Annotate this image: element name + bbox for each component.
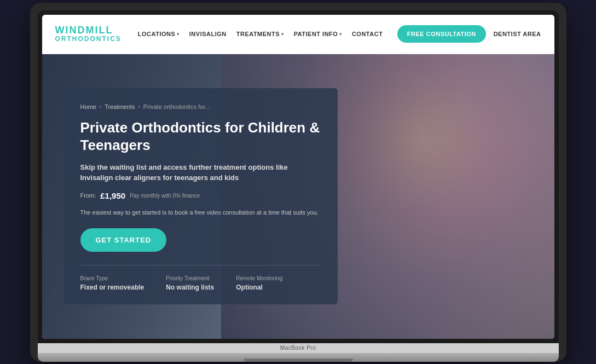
breadcrumb-separator: › (100, 103, 101, 109)
chevron-down-icon: ▾ (177, 32, 180, 37)
nav-right-actions: FREE CONSULTATION DENTIST AREA (397, 25, 541, 43)
screen-bezel: WINDMILL ORTHODONTICS LOCATIONS ▾ INVISA… (38, 10, 559, 343)
breadcrumb-treatments[interactable]: Treatments (105, 103, 135, 110)
nav-link-treatments[interactable]: TREATMENTS ▾ (236, 31, 284, 37)
chevron-down-icon: ▾ (281, 32, 284, 37)
screen-content: WINDMILL ORTHODONTICS LOCATIONS ▾ INVISA… (42, 15, 554, 339)
chevron-down-icon: ▾ (339, 32, 342, 37)
hero-content: Home › Treatments › Private orthodontics… (42, 54, 360, 339)
remote-monitoring-label: Remote Monitoring: (236, 275, 283, 281)
breadcrumb-separator-2: › (138, 103, 140, 109)
nav-link-invisalign[interactable]: INVISALIGN (189, 31, 227, 37)
nav-link-locations[interactable]: LOCATIONS ▾ (138, 31, 180, 37)
nav-link-contact[interactable]: CONTACT (352, 31, 383, 37)
free-consultation-button[interactable]: FREE CONSULTATION (397, 25, 486, 43)
laptop-label-bar: MacBook Pro (38, 343, 559, 353)
laptop-base (38, 353, 559, 362)
priority-treatment-value: No waiting lists (166, 284, 214, 291)
price-from-label: From: (80, 192, 96, 199)
finance-note: Pay monthly with 0% finance (130, 193, 200, 199)
navigation: WINDMILL ORTHODONTICS LOCATIONS ▾ INVISA… (42, 15, 554, 54)
nav-links: LOCATIONS ▾ INVISALIGN TREATMENTS ▾ PATI… (138, 31, 397, 37)
hero-subtitle: Skip the waiting list and access further… (80, 162, 321, 183)
breadcrumb-current: Private orthodontics for... (143, 103, 210, 110)
laptop-model-label: MacBook Pro (280, 345, 316, 351)
hero-price-row: From: £1,950 Pay monthly with 0% finance (80, 191, 321, 200)
brace-type-label: Brace Type: (80, 275, 144, 281)
feature-remote-monitoring: Remote Monitoring: Optional (236, 275, 283, 291)
logo-bottom: ORTHODONTICS (55, 36, 121, 43)
hero-title: Private Orthodontics for Children & Teen… (80, 119, 321, 154)
laptop-frame: WINDMILL ORTHODONTICS LOCATIONS ▾ INVISA… (30, 3, 566, 362)
site-logo[interactable]: WINDMILL ORTHODONTICS (55, 25, 121, 43)
brace-type-value: Fixed or removeable (80, 284, 144, 291)
remote-monitoring-value: Optional (236, 284, 283, 291)
hero-section: Home › Treatments › Private orthodontics… (42, 54, 554, 339)
dentist-area-link[interactable]: DENTIST AREA (494, 31, 541, 37)
breadcrumb: Home › Treatments › Private orthodontics… (80, 103, 321, 110)
breadcrumb-home[interactable]: Home (80, 103, 96, 110)
feature-brace-type: Brace Type: Fixed or removeable (80, 275, 144, 291)
nav-link-patient-info[interactable]: PATIENT INFO ▾ (294, 31, 342, 37)
hero-card: Home › Treatments › Private orthodontics… (64, 88, 338, 305)
price-value: £1,950 (100, 191, 125, 200)
feature-priority-treatment: Priority Treatment: No waiting lists (166, 275, 214, 291)
hero-description: The easiest way to get started is to boo… (80, 208, 321, 218)
hero-features: Brace Type: Fixed or removeable Priority… (80, 265, 321, 291)
priority-treatment-label: Priority Treatment: (166, 275, 214, 281)
logo-top: WINDMILL (55, 25, 121, 36)
get-started-button[interactable]: GET STARTED (80, 228, 167, 252)
